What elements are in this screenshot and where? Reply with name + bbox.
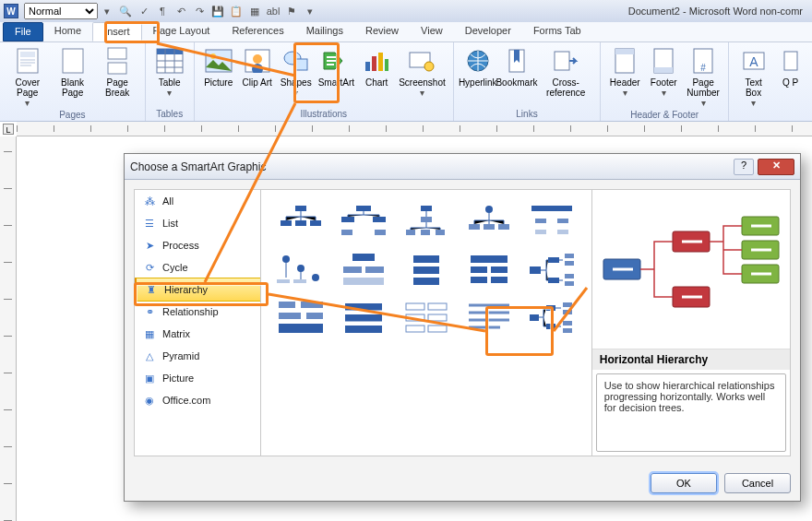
svg-rect-64 (413, 255, 439, 263)
category-list: ⁂All ☰List ➤Process ⟳Cycle ♜Hierarchy ⚭R… (134, 189, 261, 456)
thumb-5[interactable] (523, 201, 580, 243)
svg-rect-98 (563, 321, 572, 326)
preview-description: Use to show hierarchical relationships p… (596, 373, 786, 452)
thumb-11[interactable] (272, 297, 329, 339)
cat-relationship[interactable]: ⚭Relationship (135, 301, 260, 323)
svg-rect-96 (563, 302, 572, 307)
svg-rect-52 (557, 219, 568, 223)
svg-rect-78 (565, 281, 574, 286)
thumb-13[interactable] (398, 297, 455, 339)
cat-all[interactable]: ⁂All (135, 190, 260, 212)
svg-rect-60 (352, 254, 375, 261)
svg-rect-66 (413, 278, 439, 285)
cat-office[interactable]: ◉Office.com (135, 389, 260, 411)
thumb-3[interactable] (398, 201, 455, 243)
svg-rect-35 (310, 220, 321, 226)
svg-rect-58 (277, 279, 290, 283)
svg-rect-62 (365, 266, 384, 273)
office-icon: ◉ (142, 393, 157, 408)
thumb-4[interactable] (460, 201, 518, 243)
preview-panel: Horizontal Hierarchy Use to show hierarc… (592, 189, 791, 456)
svg-rect-77 (565, 274, 574, 278)
svg-rect-32 (295, 206, 306, 211)
thumb-7[interactable] (335, 249, 392, 291)
svg-rect-82 (306, 313, 323, 319)
dialog-buttons: OK Cancel (125, 466, 800, 501)
svg-rect-49 (498, 224, 509, 230)
svg-rect-75 (565, 254, 574, 258)
thumb-12[interactable] (335, 297, 392, 339)
svg-rect-97 (563, 310, 572, 314)
thumb-8[interactable] (398, 249, 455, 291)
cancel-button[interactable]: Cancel (724, 473, 791, 493)
svg-point-57 (312, 274, 319, 281)
svg-rect-53 (535, 230, 546, 234)
svg-rect-74 (548, 278, 559, 283)
dialog-titlebar: Choose a SmartArt Graphic ? ✕ (125, 154, 800, 180)
help-button[interactable]: ? (734, 159, 754, 175)
cycle-icon: ⟳ (142, 260, 157, 275)
svg-rect-94 (546, 305, 555, 311)
preview-image (592, 190, 790, 349)
svg-rect-59 (293, 279, 306, 283)
svg-rect-36 (356, 206, 371, 211)
svg-rect-47 (469, 224, 480, 230)
svg-rect-37 (341, 217, 354, 222)
gallery (261, 189, 592, 456)
hierarchy-icon: ♜ (144, 282, 159, 297)
cat-picture[interactable]: ▣Picture (135, 367, 260, 389)
svg-rect-88 (428, 303, 447, 310)
thumb-15[interactable] (523, 297, 580, 339)
svg-rect-83 (279, 324, 323, 333)
svg-rect-48 (484, 224, 495, 230)
svg-rect-33 (281, 220, 292, 226)
cat-pyramid[interactable]: △Pyramid (135, 345, 260, 367)
cat-list[interactable]: ☰List (135, 212, 260, 234)
thumb-10[interactable] (523, 249, 580, 291)
thumb-1[interactable] (272, 201, 329, 243)
svg-rect-81 (279, 313, 301, 319)
smartart-dialog: Choose a SmartArt Graphic ? ✕ ⁂All ☰List… (124, 153, 801, 502)
matrix-icon: ▦ (142, 326, 157, 341)
cat-matrix[interactable]: ▦Matrix (135, 323, 260, 345)
svg-rect-73 (548, 257, 559, 263)
thumb-9[interactable] (460, 249, 518, 291)
relationship-icon: ⚭ (142, 304, 157, 319)
process-icon: ➤ (142, 238, 157, 253)
cat-process[interactable]: ➤Process (135, 234, 260, 256)
dialog-overlay: Choose a SmartArt Graphic ? ✕ ⁂All ☰List… (0, 0, 812, 521)
thumb-6[interactable] (272, 249, 329, 291)
svg-point-55 (282, 255, 290, 263)
cat-cycle[interactable]: ⟳Cycle (135, 256, 260, 278)
svg-rect-65 (413, 266, 439, 274)
svg-rect-69 (491, 266, 508, 273)
ok-button[interactable]: OK (651, 473, 717, 493)
svg-rect-86 (345, 326, 382, 333)
svg-rect-68 (471, 266, 487, 273)
svg-rect-34 (295, 220, 306, 226)
svg-rect-70 (471, 277, 487, 283)
svg-rect-87 (406, 303, 424, 310)
close-button[interactable]: ✕ (758, 159, 794, 175)
svg-rect-85 (345, 314, 382, 322)
svg-rect-67 (471, 255, 508, 263)
svg-rect-80 (301, 302, 323, 308)
svg-rect-51 (535, 219, 546, 223)
list-icon: ☰ (142, 216, 157, 231)
svg-rect-92 (428, 326, 447, 332)
cat-hierarchy[interactable]: ♜Hierarchy (134, 278, 261, 302)
thumb-14[interactable] (460, 297, 518, 339)
svg-rect-44 (421, 230, 430, 235)
svg-rect-38 (373, 217, 386, 222)
svg-rect-99 (563, 328, 572, 333)
svg-rect-90 (428, 314, 447, 321)
svg-rect-42 (421, 217, 432, 222)
svg-rect-95 (546, 324, 555, 329)
svg-rect-45 (436, 230, 445, 235)
svg-rect-40 (375, 230, 386, 235)
thumb-2[interactable] (335, 201, 392, 243)
svg-rect-93 (530, 314, 539, 321)
svg-rect-43 (406, 230, 415, 235)
svg-rect-79 (279, 302, 295, 308)
svg-point-56 (297, 265, 304, 272)
